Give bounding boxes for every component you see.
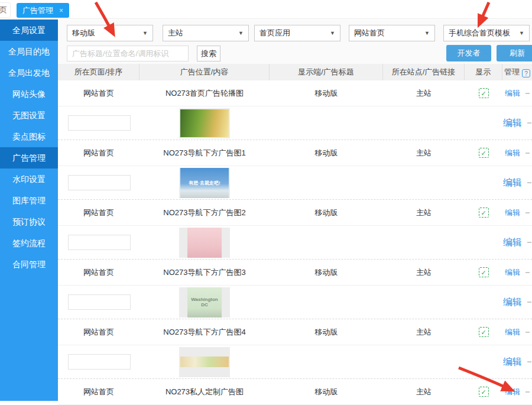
developer-button[interactable]: 开发者: [446, 45, 491, 61]
table-row: 网站首页 NO273导航下方广告图1 移动版 主站 ✓ 编辑: [58, 140, 532, 166]
tab-home-partial[interactable]: 页: [0, 2, 11, 18]
cell-client: 移动版: [270, 327, 383, 338]
col-client-title: 显示端/广告标题: [270, 64, 383, 80]
cell-title: NO273私人定制广告图: [140, 387, 270, 397]
help-icon[interactable]: ?: [522, 69, 530, 77]
ad-table-body: 网站首页 NO273首页广告轮播图 移动版 主站 ✓ 编辑 编辑 网站首页 NO…: [58, 80, 532, 405]
parent-child-photo-ad[interactable]: [187, 228, 222, 258]
washington-dc-photo-ad[interactable]: Washington DC: [187, 287, 222, 317]
cell-title: NO273导航下方广告图1: [140, 148, 270, 158]
sidebar-item-gallery[interactable]: 图库管理: [0, 190, 58, 211]
cell-client: 移动版: [270, 88, 383, 99]
sort-order-input[interactable]: [68, 235, 131, 250]
clipped-link: [527, 242, 531, 243]
park-bench-photo-ad[interactable]: [180, 109, 229, 137]
autumn-banner-ad[interactable]: [180, 357, 229, 367]
cell-site: 主站: [383, 208, 465, 218]
app-select[interactable]: 首页应用▼: [254, 25, 340, 41]
thumbnail-frame: [179, 347, 230, 377]
sidebar-item-ad-management[interactable]: 广告管理: [0, 147, 58, 169]
sort-order-input[interactable]: [68, 294, 131, 310]
cell-title: NO273首页广告轮播图: [140, 88, 270, 99]
display-checkbox[interactable]: ✓: [479, 267, 489, 277]
search-button[interactable]: 搜索: [197, 46, 220, 61]
thumbnail-frame: [179, 228, 230, 258]
sidebar-item-global-destination[interactable]: 全局目的地: [0, 41, 58, 62]
table-row: 网站首页 NO273导航下方广告图3 移动版 主站 ✓ 编辑: [58, 260, 532, 286]
edit-link[interactable]: 编辑: [503, 118, 522, 128]
ad-image-row: Washington DC 编辑: [58, 286, 532, 319]
col-page-sort: 所在页面/排序: [58, 64, 140, 80]
clipped-link: [527, 182, 531, 183]
cell-page: 网站首页: [58, 267, 140, 278]
clipped-link: [525, 212, 530, 213]
cell-client: 移动版: [270, 148, 383, 158]
client-select[interactable]: 移动版▼: [67, 25, 153, 41]
main-content: 移动版▼ 主站▼ 首页应用▼ 网站首页▼ 手机综合首页模板▼ 搜索 开发者 刷新…: [58, 20, 532, 405]
edit-link[interactable]: 编辑: [505, 208, 520, 217]
edit-link[interactable]: 编辑: [505, 148, 520, 157]
edit-link[interactable]: 编辑: [503, 177, 522, 187]
cell-site: 主站: [383, 267, 465, 278]
chevron-down-icon: ▼: [424, 25, 430, 41]
edit-link[interactable]: 编辑: [505, 268, 520, 277]
sidebar-item-global-settings[interactable]: 全局设置: [0, 20, 58, 41]
sidebar-item-site-avatar[interactable]: 网站头像: [0, 83, 58, 105]
filter-panel: 移动版▼ 主站▼ 首页应用▼ 网站首页▼ 手机综合首页模板▼ 搜索 开发者 刷新: [58, 20, 532, 64]
sort-order-input[interactable]: [68, 354, 131, 370]
edit-link[interactable]: 编辑: [503, 357, 522, 367]
thumbnail-frame: [179, 108, 230, 138]
cell-page: 网站首页: [58, 148, 140, 158]
template-select[interactable]: 手机综合首页模板▼: [443, 25, 530, 41]
sidebar-item-global-departure[interactable]: 全局出发地: [0, 62, 58, 83]
cell-client: 移动版: [270, 387, 383, 397]
display-checkbox[interactable]: ✓: [479, 148, 489, 158]
table-row: 网站首页 NO273导航下方广告图2 移动版 主站 ✓ 编辑: [58, 200, 532, 226]
site-select[interactable]: 主站▼: [163, 25, 249, 41]
display-checkbox[interactable]: ✓: [479, 327, 489, 337]
table-header: 所在页面/排序 广告位置/内容 显示端/广告标题 所在站点/广告链接 显示 管理…: [58, 64, 532, 80]
sidebar-item-booking-agreement[interactable]: 预订协议: [0, 211, 58, 232]
edit-link[interactable]: 编辑: [505, 328, 520, 336]
sort-order-input[interactable]: [68, 175, 131, 190]
sidebar-item-signing-flow[interactable]: 签约流程: [0, 232, 58, 254]
page-select[interactable]: 网站首页▼: [349, 25, 435, 41]
edit-link[interactable]: 编辑: [503, 237, 522, 247]
edit-link[interactable]: 编辑: [503, 297, 522, 307]
cell-site: 主站: [383, 88, 465, 99]
display-checkbox[interactable]: ✓: [479, 88, 489, 98]
sidebar-item-selling-icons[interactable]: 卖点图标: [0, 126, 58, 147]
table-row: 网站首页 NO273导航下方广告图4 移动版 主站 ✓ 编辑: [58, 319, 532, 345]
col-site-link: 所在站点/广告链接: [383, 64, 465, 80]
table-row: 网站首页 NO273首页广告轮播图 移动版 主站 ✓ 编辑: [58, 80, 532, 106]
display-checkbox[interactable]: ✓: [479, 387, 489, 397]
coastal-city-photo-ad[interactable]: 有想·去就走吧!: [180, 168, 229, 198]
tab-label: 广告管理: [22, 6, 53, 15]
cell-page: 网站首页: [58, 327, 140, 338]
ad-image-row: 编辑: [58, 226, 532, 260]
ad-image-row: 有想·去就走吧! 编辑: [58, 166, 532, 200]
cell-page: 网站首页: [58, 387, 140, 397]
sidebar-item-no-image[interactable]: 无图设置: [0, 105, 58, 126]
clipped-link: [525, 272, 530, 273]
table-row: 网站首页 NO273私人定制广告图 移动版 主站 ✓ 编辑: [58, 379, 532, 405]
sidebar-item-contract[interactable]: 合同管理: [0, 254, 58, 275]
edit-link[interactable]: 编辑: [505, 89, 520, 98]
cell-site: 主站: [383, 387, 465, 397]
clipped-link: [527, 361, 531, 362]
cell-page: 网站首页: [58, 88, 140, 99]
tab-ad-management[interactable]: 广告管理×: [17, 3, 69, 18]
thumbnail-frame: Washington DC: [179, 287, 230, 317]
col-position-content: 广告位置/内容: [140, 64, 270, 80]
ad-image-row: 编辑: [58, 345, 532, 379]
refresh-button[interactable]: 刷新: [497, 45, 532, 61]
display-checkbox[interactable]: ✓: [479, 208, 489, 218]
sidebar-item-watermark[interactable]: 水印设置: [0, 169, 58, 190]
sort-order-input[interactable]: [68, 115, 131, 131]
close-icon[interactable]: ×: [59, 7, 63, 15]
chevron-down-icon: ▼: [238, 25, 244, 41]
clipped-link: [527, 122, 531, 124]
edit-link[interactable]: 编辑: [505, 387, 520, 396]
cell-title: NO273导航下方广告图3: [140, 267, 270, 278]
search-input[interactable]: [67, 46, 189, 61]
